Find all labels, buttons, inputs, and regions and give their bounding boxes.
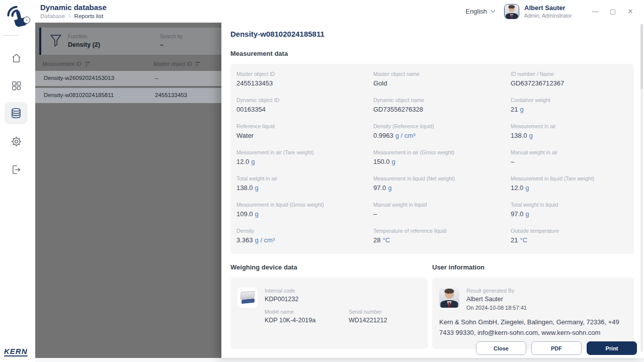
sidebar-item-logout[interactable] bbox=[5, 158, 28, 180]
language-value: English bbox=[465, 8, 487, 15]
field-master-object-name: Master object nameGold bbox=[373, 71, 511, 89]
field-measurement-in-air-tare: Measurement in air (Tare weight)12.0g bbox=[236, 149, 373, 167]
field-measurement-in-air: Measurement in air138.0g bbox=[511, 123, 628, 141]
user-role: Admin, Adminstrator bbox=[524, 13, 584, 19]
minimize-button[interactable]: — bbox=[592, 8, 599, 15]
language-selector[interactable]: English bbox=[465, 8, 496, 15]
field-measurement-in-liquid-gross: Measurement in liquid (Gross weight)109.… bbox=[236, 202, 373, 220]
expand-chevron-icon: › bbox=[26, 18, 28, 23]
vertical-scrollbar[interactable] bbox=[640, 24, 643, 352]
column-filter-icon[interactable] bbox=[196, 61, 201, 66]
nav-sidebar: KERN bbox=[0, 23, 35, 362]
column-label: Measurement ID bbox=[42, 61, 82, 67]
field-manual-weight-in-air: Manual weight in air– bbox=[511, 149, 628, 167]
generated-by-name: Albert Sauter bbox=[466, 296, 527, 303]
filter-function: Function Density (2) bbox=[68, 34, 100, 48]
print-button[interactable]: Print bbox=[587, 341, 637, 355]
scrollbar-thumb[interactable] bbox=[640, 24, 643, 89]
funnel-icon bbox=[49, 33, 62, 50]
reports-list-panel: Function Density (2) Search by – Measure… bbox=[35, 23, 221, 358]
filter-function-value: Density (2) bbox=[68, 41, 100, 48]
settings-gear-icon bbox=[11, 136, 22, 147]
breadcrumb-current: Reports list bbox=[74, 13, 104, 19]
filter-search-label: Search by bbox=[160, 34, 183, 39]
filter-search: Search by – bbox=[160, 34, 183, 48]
kern-brand-logo: KERN bbox=[4, 347, 28, 355]
field-total-weight-in-liquid: Total weight in liquid97.0g bbox=[511, 202, 628, 220]
field-reference-liquid: Reference liquidWater bbox=[236, 123, 373, 141]
user-avatar[interactable] bbox=[504, 4, 519, 19]
filter-accent-bar bbox=[39, 28, 41, 55]
filter-function-label: Function bbox=[68, 34, 100, 39]
user-name: Albert Sauter bbox=[524, 4, 584, 12]
sidebar-item-home[interactable] bbox=[5, 47, 28, 69]
field-internal-code: Internal code KDP001232 bbox=[265, 288, 420, 303]
breadcrumb-separator-icon: › bbox=[68, 13, 70, 19]
filter-bar[interactable]: Function Density (2) Search by – bbox=[39, 28, 221, 55]
close-window-button[interactable]: ✕ bbox=[627, 8, 634, 15]
window-controls: — ▢ ✕ bbox=[592, 8, 634, 15]
field-id-number-name: ID number / NameGD637236712367 bbox=[511, 71, 628, 89]
generated-on-timestamp: On 2024-10-08 18:57:41 bbox=[466, 305, 527, 311]
generated-by-label: Result generated By bbox=[466, 288, 527, 294]
field-measurement-in-liquid-net: Measurement in liquid (Net weight)97.0g bbox=[373, 175, 511, 194]
user-info[interactable]: Albert Sauter Admin, Adminstrator bbox=[524, 4, 584, 19]
database-icon bbox=[10, 107, 22, 119]
page-title: Dynamic database bbox=[40, 3, 107, 12]
company-contact-info: Kern & Sohn GmbH, Ziegelei, Balingen, Ge… bbox=[439, 317, 626, 338]
logout-icon bbox=[11, 164, 22, 175]
field-density: Density3.363g / cm³ bbox=[236, 228, 373, 246]
sidebar-item-database[interactable] bbox=[5, 102, 28, 124]
weighing-device-card: Internal code KDP001232 Model name KDP 1… bbox=[230, 278, 428, 349]
logo-divider bbox=[2, 35, 18, 36]
apps-grid-icon bbox=[11, 80, 22, 92]
field-density-reference-liquid: Density (Reference liquid)0.9963g / cm³ bbox=[373, 123, 511, 141]
top-header: Dynamic database Database › Reports list… bbox=[0, 0, 644, 23]
row-measurement-id: Density-w08102024185811 bbox=[44, 92, 114, 98]
close-button[interactable]: Close bbox=[476, 341, 526, 355]
report-row-2-selected[interactable]: Density-w08102024185811 2455133453 bbox=[35, 88, 221, 103]
filter-search-value: – bbox=[160, 41, 183, 48]
column-header-measurement-id[interactable]: Measurement ID bbox=[42, 61, 91, 67]
measurement-data-card: Master object ID2455133453 Master object… bbox=[230, 64, 634, 254]
row-master-object-id: – bbox=[155, 75, 158, 81]
report-row-1[interactable]: Density-w26092024153013 – bbox=[35, 71, 221, 86]
sidebar-item-settings[interactable] bbox=[5, 130, 28, 152]
pdf-button[interactable]: PDF bbox=[531, 341, 582, 355]
field-total-weight-in-air: Total weight in air138.0g bbox=[236, 175, 373, 194]
column-filter-icon[interactable] bbox=[86, 61, 91, 66]
user-information-card: Result generated By Albert Sauter On 202… bbox=[432, 278, 634, 349]
row-measurement-id: Density-w26092024153013 bbox=[44, 75, 114, 81]
field-dynamic-object-name: Dynamic object nameGD73556276328 bbox=[373, 97, 511, 115]
maximize-button[interactable]: ▢ bbox=[609, 8, 616, 15]
sidebar-item-apps[interactable] bbox=[5, 74, 28, 97]
field-measurement-in-air-gross: Measurement in air (Gross weight)150.0g bbox=[373, 149, 511, 167]
field-serial-number: Serial number WD14221212 bbox=[349, 309, 387, 324]
weighing-device-image bbox=[237, 288, 258, 308]
breadcrumb-parent[interactable]: Database bbox=[40, 13, 65, 19]
avatar-image bbox=[439, 288, 459, 308]
sidebar-expand-button[interactable]: › bbox=[23, 17, 30, 24]
breadcrumb: Database › Reports list bbox=[40, 13, 103, 19]
field-dynamic-object-id: Dynamic object ID00163354 bbox=[236, 97, 373, 115]
field-temperature-reference-liquid: Temperature of reference liquid28°C bbox=[373, 228, 511, 246]
action-buttons: Close PDF Print bbox=[476, 341, 637, 355]
weighing-device-heading: Weighing device data bbox=[230, 263, 428, 271]
report-detail-panel: Density-w08102024185811 Measurement data… bbox=[221, 23, 644, 358]
column-label: Master object ID bbox=[153, 61, 192, 67]
home-icon bbox=[11, 52, 22, 64]
field-container-weight: Container weight21g bbox=[511, 97, 628, 115]
field-manual-weight-in-liquid: Manual weight in liquid– bbox=[373, 202, 511, 220]
report-title: Density-w08102024185811 bbox=[230, 30, 634, 38]
field-outside-temperature: Outside temperature21°C bbox=[511, 228, 628, 246]
user-information-heading: User information bbox=[432, 263, 634, 271]
measurement-data-heading: Measurement data bbox=[230, 50, 634, 57]
row-master-object-id: 2455133453 bbox=[155, 92, 187, 98]
column-header-master-object-id[interactable]: Master object ID bbox=[153, 61, 201, 67]
avatar-image bbox=[505, 5, 519, 19]
field-measurement-in-liquid-tare: Measurement in liquid (Tare weight)12.0g bbox=[511, 175, 628, 194]
field-model-name: Model name KDP 10K-4-2019a bbox=[265, 309, 349, 324]
chevron-down-icon bbox=[491, 10, 496, 13]
field-master-object-id: Master object ID2455133453 bbox=[236, 71, 373, 89]
generated-by-avatar bbox=[439, 288, 459, 308]
